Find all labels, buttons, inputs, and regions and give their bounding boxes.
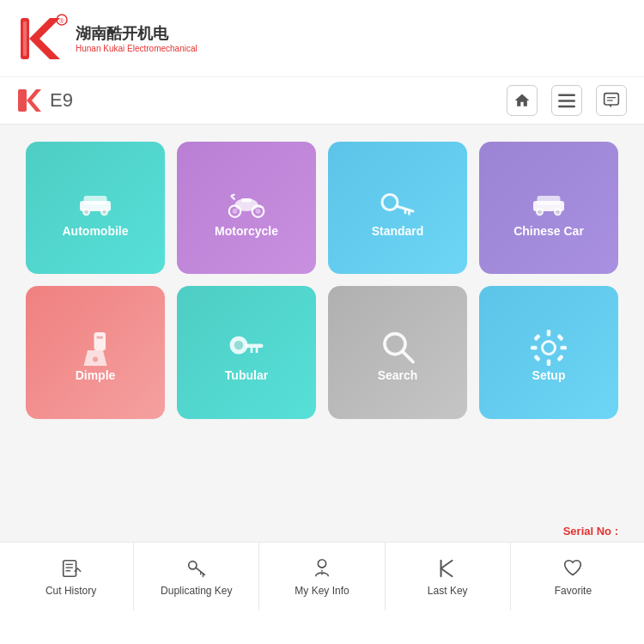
home-icon (513, 92, 531, 109)
cut-history-label: Cut History (46, 585, 96, 597)
svg-rect-56 (556, 355, 563, 361)
svg-point-38 (556, 210, 560, 214)
standard-label: Standard (372, 224, 424, 238)
dimple-icon (75, 327, 116, 368)
svg-point-29 (382, 194, 398, 210)
card-chinese-car[interactable]: Chinese Car (479, 142, 618, 274)
svg-point-44 (234, 341, 244, 350)
setup-icon (528, 327, 569, 368)
svg-rect-28 (241, 198, 252, 203)
svg-rect-58 (556, 334, 563, 341)
svg-rect-10 (605, 94, 619, 105)
svg-point-27 (256, 209, 261, 214)
svg-rect-51 (547, 330, 551, 337)
svg-rect-2 (23, 21, 27, 56)
svg-rect-15 (84, 196, 107, 205)
svg-marker-1 (29, 18, 60, 59)
card-standard[interactable]: Standard (328, 142, 467, 274)
svg-marker-6 (27, 89, 41, 112)
card-grid: Automobile Motorcycle (26, 142, 618, 419)
svg-line-70 (441, 560, 453, 568)
cut-history-icon (60, 557, 82, 580)
my-key-info-label: My Key Info (295, 585, 349, 597)
svg-point-42 (93, 356, 98, 361)
card-automobile[interactable]: Automobile (26, 142, 165, 274)
chat-button[interactable] (596, 85, 627, 116)
motorcycle-icon (226, 183, 267, 224)
svg-rect-57 (533, 355, 540, 361)
last-key-icon (436, 557, 459, 580)
svg-text:®: ® (59, 18, 64, 24)
nav-logo-icon (17, 88, 41, 112)
logo-chinese: 湖南酷开机电 (76, 23, 197, 44)
card-search[interactable]: Search (328, 286, 467, 418)
menu-button[interactable] (551, 85, 582, 116)
duplicating-key-label: Duplicating Key (161, 585, 232, 597)
automobile-label: Automobile (63, 224, 129, 238)
svg-rect-9 (558, 106, 575, 108)
svg-point-67 (318, 559, 325, 567)
serial-bar: Serial No : (0, 519, 644, 542)
svg-rect-5 (18, 89, 27, 112)
tubular-icon (226, 327, 267, 368)
svg-rect-45 (246, 343, 264, 348)
serial-label: Serial No : (563, 525, 618, 538)
svg-rect-59 (63, 560, 76, 576)
bottom-nav: Cut History Duplicating Key My Key Info … (0, 542, 644, 611)
nav-bar: E9 (0, 77, 644, 125)
card-motorcycle[interactable]: Motorcycle (177, 142, 316, 274)
card-setup[interactable]: Setup (479, 286, 618, 418)
svg-line-49 (403, 351, 413, 361)
automobile-icon (75, 183, 116, 224)
nav-right (507, 85, 627, 116)
svg-point-18 (84, 210, 88, 214)
chinese-car-icon (528, 183, 569, 224)
card-tubular[interactable]: Tubular (177, 286, 316, 418)
motorcycle-label: Motorcycle (215, 224, 278, 238)
favorite-icon (562, 557, 584, 580)
tubular-label: Tubular (225, 368, 268, 382)
svg-rect-7 (558, 94, 575, 97)
logo: ® 湖南酷开机电 Hunan Kukai Electromechanical (17, 13, 197, 64)
svg-rect-53 (531, 346, 538, 350)
chinese-car-label: Chinese Car (513, 224, 584, 238)
svg-line-71 (441, 568, 453, 576)
svg-rect-52 (547, 359, 551, 366)
search-label: Search (378, 368, 418, 382)
main-content: Automobile Motorcycle (0, 125, 644, 519)
menu-icon (558, 93, 575, 108)
standard-icon (377, 183, 418, 224)
home-button[interactable] (507, 85, 538, 116)
svg-point-50 (543, 341, 556, 354)
svg-rect-40 (97, 336, 104, 338)
my-key-info-icon (311, 557, 333, 580)
logo-english: Hunan Kukai Electromechanical (76, 44, 197, 53)
svg-rect-34 (538, 196, 561, 205)
favorite-label: Favorite (555, 585, 592, 597)
svg-rect-55 (533, 334, 540, 341)
nav-cut-history[interactable]: Cut History (9, 543, 134, 611)
svg-point-19 (102, 210, 106, 214)
logo-bar: ® 湖南酷开机电 Hunan Kukai Electromechanical (0, 0, 644, 77)
card-dimple[interactable]: Dimple (26, 286, 165, 418)
search-icon (377, 327, 418, 368)
nav-my-key-info[interactable]: My Key Info (259, 543, 385, 611)
dimple-label: Dimple (76, 368, 116, 382)
nav-last-key[interactable]: Last Key (386, 543, 511, 611)
duplicating-key-icon (185, 557, 208, 580)
page-title: E9 (50, 89, 73, 112)
svg-point-25 (233, 209, 238, 214)
logo-text: 湖南酷开机电 Hunan Kukai Electromechanical (76, 23, 197, 53)
svg-marker-13 (609, 105, 611, 107)
svg-rect-54 (561, 346, 568, 350)
nav-duplicating-key[interactable]: Duplicating Key (134, 543, 259, 611)
last-key-label: Last Key (428, 585, 468, 597)
svg-point-37 (538, 210, 542, 214)
brand-logo-icon: ® (17, 13, 69, 64)
nav-left: E9 (17, 88, 73, 112)
svg-rect-8 (558, 100, 575, 102)
svg-rect-39 (94, 332, 106, 350)
chat-icon (603, 92, 620, 109)
setup-label: Setup (532, 368, 566, 382)
nav-favorite[interactable]: Favorite (511, 543, 635, 611)
